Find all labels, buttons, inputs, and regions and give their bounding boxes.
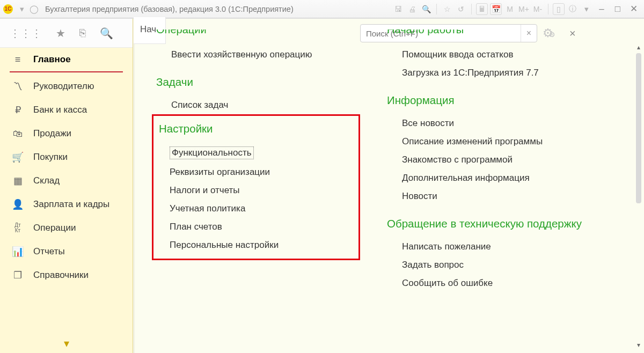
sidebar-item-label: Банк и касса	[33, 105, 87, 115]
link-extra-info[interactable]: Дополнительная информация	[387, 169, 612, 187]
sidebar-item-bank[interactable]: ₽ Банк и касса	[0, 98, 133, 122]
sidebar-item-label: Операции	[33, 223, 76, 233]
history-icon[interactable]: ↺	[455, 3, 467, 15]
dropdown-icon[interactable]: ▾	[17, 4, 27, 14]
titlebar-tools: 🖫 🖨 🔍 ☆ ↺ 🖩 📅 M M+ M- ▯ ⓘ ▾ – □ ✕	[392, 3, 641, 15]
link-all-news[interactable]: Все новости	[387, 114, 612, 133]
ruble-icon: ₽	[12, 104, 24, 116]
sidebar-item-hr[interactable]: 👤 Зарплата и кадры	[0, 193, 133, 216]
cutoff-heading: Операции	[156, 30, 365, 37]
apps-grid-icon[interactable]: ⋮⋮⋮	[10, 27, 42, 40]
section-support-title: Обращение в техническую поддержку	[387, 217, 612, 230]
highlight-settings-box: Настройки Функциональность Реквизиты орг…	[152, 114, 360, 260]
link-write-suggestion[interactable]: Написать пожелание	[387, 238, 612, 256]
right-column: Начало работы Помощник ввода остатков За…	[387, 30, 612, 332]
sidebar-item-label: Справочники	[33, 270, 89, 281]
window-close[interactable]: ✕	[627, 3, 641, 14]
link-org-details[interactable]: Реквизиты организации	[155, 163, 357, 181]
sidebar-item-main[interactable]: ≡ Главное	[0, 48, 133, 71]
chart-icon: 📊	[12, 246, 24, 258]
left-column: Операции Ввести хозяйственную операцию З…	[156, 30, 365, 332]
menu-icon: ≡	[12, 54, 24, 65]
sidebar-item-label: Главное	[33, 54, 71, 65]
app-logo-icon: 1C	[3, 4, 13, 14]
link-task-list[interactable]: Список задач	[156, 96, 365, 114]
window-maximize[interactable]: □	[611, 4, 625, 14]
vertical-scrollbar[interactable]: ▴ ▾	[634, 43, 643, 349]
bag-icon: 🛍	[12, 128, 24, 139]
info-dropdown-icon[interactable]: ▾	[582, 4, 591, 14]
link-ask-question[interactable]: Задать вопрос	[387, 256, 612, 274]
sidebar-topbar: ⋮⋮⋮ ★ ⎘ 🔍	[0, 19, 133, 48]
circle-icon[interactable]: ◯	[29, 4, 39, 14]
boxes-icon: ▦	[12, 175, 24, 187]
search-icon[interactable]: 🔍	[100, 27, 113, 40]
dtkt-icon: ДтКт	[12, 223, 24, 233]
cart-icon: 🛒	[12, 151, 24, 163]
save-icon[interactable]: 🖫	[392, 3, 404, 15]
print-icon[interactable]: 🖨	[406, 3, 418, 15]
sidebar-item-warehouse[interactable]: ▦ Склад	[0, 169, 133, 193]
sidebar-item-operations[interactable]: ДтКт Операции	[0, 216, 133, 240]
link-news[interactable]: Новости	[387, 187, 612, 205]
link-balances-helper[interactable]: Помощник ввода остатков	[387, 46, 612, 64]
sidebar-item-label: Продажи	[33, 128, 71, 139]
link-personal-settings[interactable]: Персональные настройки	[155, 236, 357, 254]
sidebar-item-label: Руководителю	[33, 81, 94, 92]
link-chart-of-accounts[interactable]: План счетов	[155, 218, 357, 236]
scroll-thumb[interactable]	[636, 53, 641, 203]
active-underline	[10, 71, 123, 72]
content-panel: Нач × ⚙ × Операции Ввести хозяйственную …	[133, 19, 644, 353]
link-report-bug[interactable]: Сообщить об ошибке	[387, 274, 612, 292]
sidebar-item-catalogs[interactable]: ❐ Справочники	[0, 263, 133, 287]
sidebar-item-label: Отчеты	[33, 246, 65, 257]
person-icon: 👤	[12, 198, 24, 210]
find-icon[interactable]: 🔍	[420, 3, 432, 15]
link-accounting-policy[interactable]: Учетная политика	[155, 200, 357, 218]
sidebar: ⋮⋮⋮ ★ ⎘ 🔍 ≡ Главное 〽 Руководителю ₽ Бан…	[0, 19, 133, 353]
sidebar-item-label: Склад	[33, 175, 60, 186]
scroll-down-icon[interactable]: ▾	[634, 341, 643, 349]
window-titlebar: 1C ▾ ◯ Бухгалтерия предприятия (базовая)…	[0, 0, 644, 18]
calendar-icon[interactable]: 📅	[490, 3, 502, 15]
info-icon[interactable]: ⓘ	[567, 3, 579, 15]
section-settings-title: Настройки	[159, 122, 357, 135]
sidebar-item-reports[interactable]: 📊 Отчеты	[0, 240, 133, 263]
trend-icon: 〽	[12, 81, 24, 92]
link-intro[interactable]: Знакомство с программой	[387, 151, 612, 169]
cutoff-heading-right: Начало работы	[387, 30, 612, 37]
window-title: Бухгалтерия предприятия (базовая), редак…	[45, 5, 294, 13]
section-info-title: Информация	[387, 94, 612, 107]
sidebar-expand-icon[interactable]: ▾	[0, 334, 133, 353]
sidebar-item-purchases[interactable]: 🛒 Покупки	[0, 145, 133, 169]
link-taxes-reports[interactable]: Налоги и отчеты	[155, 181, 357, 200]
m-plus-button[interactable]: M+	[518, 3, 530, 15]
favorite-star-icon[interactable]: ★	[56, 27, 65, 40]
m-minus-button[interactable]: M-	[532, 3, 544, 15]
sidebar-item-sales[interactable]: 🛍 Продажи	[0, 122, 133, 145]
star-icon[interactable]: ☆	[441, 3, 453, 15]
sidebar-item-manager[interactable]: 〽 Руководителю	[0, 75, 133, 98]
m-button[interactable]: M	[504, 3, 516, 15]
calc-icon[interactable]: 🖩	[476, 3, 488, 15]
window-minimize[interactable]: –	[595, 4, 609, 14]
link-functionality[interactable]: Функциональность	[170, 146, 254, 159]
sidebar-item-label: Покупки	[33, 152, 68, 163]
link-import-77[interactable]: Загрузка из 1С:Предприятия 7.7	[387, 64, 612, 82]
panel-icon[interactable]: ▯	[553, 3, 565, 15]
sidebar-item-label: Зарплата и кадры	[33, 199, 109, 210]
clipboard-icon[interactable]: ⎘	[79, 27, 86, 39]
section-tasks-title: Задачи	[156, 76, 365, 89]
link-changelog[interactable]: Описание изменений программы	[387, 133, 612, 151]
copy-icon: ❐	[12, 269, 24, 281]
scroll-up-icon[interactable]: ▴	[634, 43, 643, 51]
link-enter-operation[interactable]: Ввести хозяйственную операцию	[156, 46, 365, 64]
